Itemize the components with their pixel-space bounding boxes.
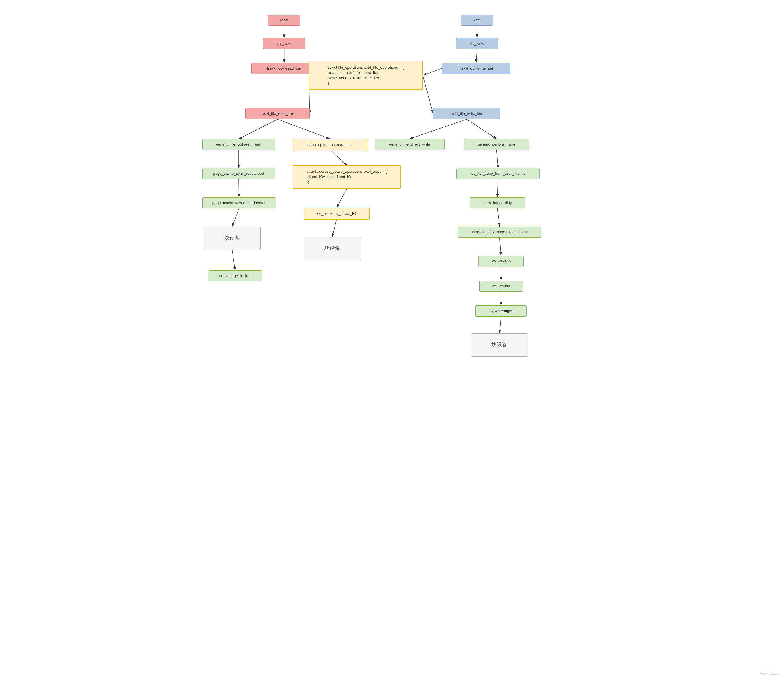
node-block_device_1: 块设备 [304, 237, 361, 260]
node-mark_buffer_dirty: mark_buffer_dirty [470, 197, 525, 208]
node-file_f_op_write_iter: file->f_op->write_iter [442, 63, 511, 74]
node-vfs_write: vfs_write [456, 38, 498, 49]
node-ext4_file_read_iter: ext4_file_read_iter [245, 108, 310, 119]
svg-line-26 [500, 316, 501, 333]
node-file_f_op_read_iter: file->f_op->read_iter [251, 63, 317, 74]
svg-line-11 [410, 119, 467, 139]
svg-line-17 [239, 179, 239, 197]
svg-line-13 [330, 150, 347, 165]
node-iov_iter_copy_from_user_atomic: iov_iter_copy_from_user_atomic [456, 168, 540, 179]
node-copy_page_to_iter: copy_page_to_iter [208, 271, 262, 282]
svg-line-12 [467, 119, 497, 139]
node-wb_wakeup: wb_wakeup [478, 256, 524, 267]
svg-line-9 [239, 119, 278, 139]
node-do_blockdev_direct_IO: do_blockdev_direct_IO [304, 208, 370, 220]
node-struct_file_ops: struct file_operations ext4_file_operati… [309, 61, 423, 90]
node-vfs_read: vfs_read [263, 38, 305, 49]
node-page_cache_sync_readahead: page_cache_sync_readahead [202, 168, 275, 179]
node-read: read [268, 15, 300, 26]
svg-line-20 [497, 150, 498, 168]
svg-line-10 [278, 119, 330, 139]
node-block_device_2: 块设备 [204, 227, 261, 250]
watermark: CSDN @linstat [760, 673, 779, 676]
node-generic_perform_write: generic_perform_write [464, 139, 529, 150]
svg-line-18 [232, 208, 239, 227]
svg-line-1 [284, 26, 284, 38]
node-struct_addr_space_ops: struct address_space_operations ext4_aop… [293, 165, 401, 189]
node-wb_workfn: wb_workfn [479, 281, 523, 292]
svg-line-19 [232, 250, 235, 271]
svg-line-4 [477, 26, 477, 38]
svg-line-22 [497, 208, 500, 227]
svg-line-23 [500, 238, 501, 256]
svg-line-8 [423, 75, 433, 114]
node-mapping_a_ops_direct_IO: mapping->a_ops->direct_IO [293, 139, 367, 151]
svg-line-15 [332, 219, 337, 237]
svg-line-25 [501, 292, 501, 305]
node-block_device_3: 块设备 [471, 333, 528, 357]
svg-line-14 [337, 189, 347, 208]
node-ext4_file_write_iter: ext4_file_write_iter [433, 108, 500, 119]
node-do_writepages: do_writepages [475, 305, 526, 316]
svg-line-24 [501, 267, 501, 281]
node-balance_dirty_pages_ratelimited: balance_dirty_pages_ratelimited [458, 227, 541, 238]
svg-line-5 [476, 49, 477, 63]
svg-line-21 [497, 179, 498, 197]
node-generic_file_buffered_read: generic_file_buffered_read [202, 139, 275, 150]
svg-line-6 [423, 69, 442, 75]
node-write: write [461, 15, 493, 26]
node-generic_file_direct_write: generic_file_direct_write [375, 139, 445, 150]
node-page_cache_async_readahead: page_cache_async_readahead [202, 197, 276, 208]
